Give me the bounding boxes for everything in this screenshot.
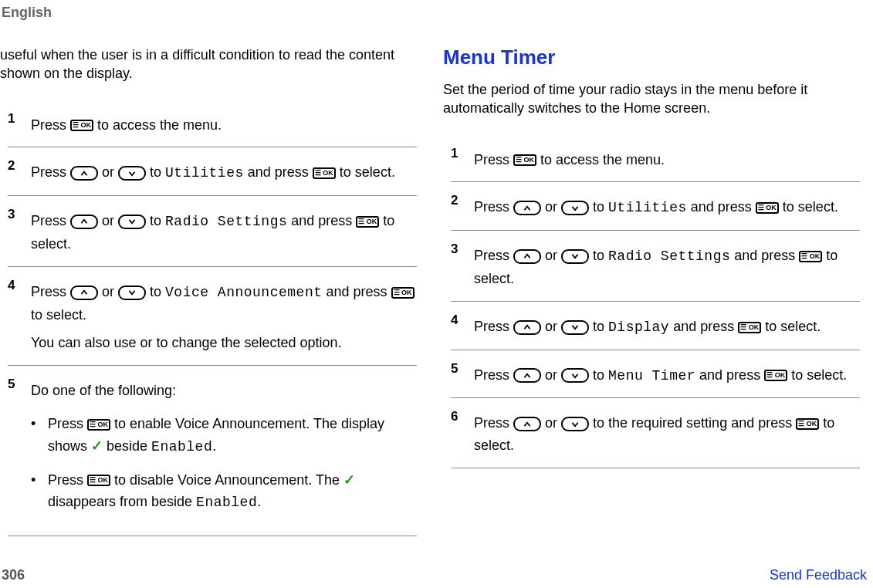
ok-button-icon xyxy=(799,251,822,262)
page-number: 306 xyxy=(2,567,25,583)
up-arrow-icon xyxy=(513,417,541,431)
step-number: 4 xyxy=(451,313,474,339)
lcd-text: Display xyxy=(608,319,669,335)
step: 2Press or to Utilities and press to sele… xyxy=(8,147,417,195)
step-number: 3 xyxy=(451,242,474,290)
step-body: Press or to Voice Announcement and press… xyxy=(31,278,417,354)
down-arrow-icon xyxy=(561,320,589,335)
bullet-item: •Press to disable Voice Announcement. Th… xyxy=(31,469,417,515)
left-column: useful when the user is in a difficult c… xyxy=(0,46,417,536)
ok-button-icon xyxy=(313,167,336,179)
lcd-text: Utilities xyxy=(608,200,687,215)
step-number: 2 xyxy=(451,193,474,219)
down-arrow-icon xyxy=(561,368,589,383)
step-number: 2 xyxy=(8,158,31,184)
step: 3Press or to Radio Settings and press to… xyxy=(8,195,417,266)
step: 1Press to access the menu. xyxy=(451,135,860,182)
checkmark-icon: ✓ xyxy=(91,438,103,454)
right-column: Menu Timer Set the period of time your r… xyxy=(443,46,860,536)
down-arrow-icon xyxy=(118,166,146,181)
step-number: 6 xyxy=(451,409,474,457)
ok-button-icon xyxy=(70,120,93,131)
step-body: Press or to Display and press to select. xyxy=(474,313,860,339)
bullet-item: •Press to enable Voice Announcement. The… xyxy=(31,413,417,458)
step-number: 1 xyxy=(8,111,31,137)
down-arrow-icon xyxy=(561,249,589,264)
ok-button-icon xyxy=(87,419,110,431)
step-body: Press or to the required setting and pre… xyxy=(474,409,860,457)
ok-button-icon xyxy=(87,475,110,486)
up-arrow-icon xyxy=(70,215,98,229)
lcd-text: Enabled xyxy=(196,495,257,510)
ok-button-icon xyxy=(738,322,761,333)
step-number: 4 xyxy=(8,278,31,354)
step-body: Press or to Utilities and press to selec… xyxy=(31,158,417,184)
up-arrow-icon xyxy=(70,286,98,300)
step-number: 5 xyxy=(451,361,474,387)
up-arrow-icon xyxy=(513,249,541,264)
lcd-text: Enabled xyxy=(151,439,212,455)
down-arrow-icon xyxy=(118,286,146,300)
down-arrow-icon xyxy=(118,215,146,229)
step: 2Press or to Utilities and press to sele… xyxy=(451,181,860,230)
page-header-language: English xyxy=(0,5,867,25)
ok-button-icon xyxy=(356,216,379,228)
step-number: 5 xyxy=(8,377,31,525)
step: 4Press or to Display and press to select… xyxy=(451,301,860,350)
step-body: Press or to Radio Settings and press to … xyxy=(474,242,860,290)
lcd-text: Utilities xyxy=(165,165,244,181)
up-arrow-icon xyxy=(70,166,98,181)
up-arrow-icon xyxy=(513,320,541,335)
down-arrow-icon xyxy=(561,201,589,215)
step-body: Press to access the menu. xyxy=(31,111,417,137)
step-number: 3 xyxy=(8,207,31,255)
step: 5Press or to Menu Timer and press to sel… xyxy=(451,350,860,398)
lcd-text: Radio Settings xyxy=(608,248,730,264)
step: 1Press to access the menu. xyxy=(8,100,417,147)
down-arrow-icon xyxy=(561,417,589,431)
up-arrow-icon xyxy=(513,201,541,215)
ok-button-icon xyxy=(756,202,779,214)
step: 3Press or to Radio Settings and press to… xyxy=(451,230,860,301)
step: 4Press or to Voice Announcement and pres… xyxy=(8,266,417,365)
send-feedback-link[interactable]: Send Feedback xyxy=(770,567,867,583)
ok-button-icon xyxy=(764,370,787,381)
left-intro-text: useful when the user is in a difficult c… xyxy=(0,46,417,83)
step-body: Press to access the menu. xyxy=(474,146,860,171)
step: 5Do one of the following:•Press to enabl… xyxy=(8,365,417,536)
lcd-text: Menu Timer xyxy=(608,368,695,384)
step-body: Press or to Menu Timer and press to sele… xyxy=(474,361,860,387)
lcd-text: Radio Settings xyxy=(165,214,287,229)
step-number: 1 xyxy=(451,146,474,171)
right-intro-text: Set the period of time your radio stays … xyxy=(443,80,860,118)
checkmark-icon: ✓ xyxy=(343,472,355,488)
step-body: Press or to Utilities and press to selec… xyxy=(474,193,860,219)
menu-timer-heading: Menu Timer xyxy=(443,46,860,69)
step-body: Do one of the following:•Press to enable… xyxy=(31,377,417,525)
lcd-text: Voice Announcement xyxy=(165,285,322,300)
ok-button-icon xyxy=(796,418,819,430)
step-body: Press or to Radio Settings and press to … xyxy=(31,207,417,255)
ok-button-icon xyxy=(513,154,536,166)
ok-button-icon xyxy=(391,287,415,299)
step: 6Press or to the required setting and pr… xyxy=(451,397,860,468)
up-arrow-icon xyxy=(513,368,541,383)
